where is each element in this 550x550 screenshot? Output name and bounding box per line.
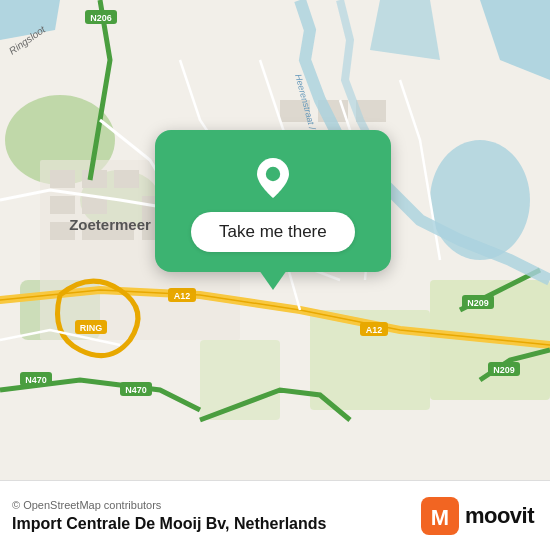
svg-rect-9 xyxy=(50,170,75,188)
svg-rect-12 xyxy=(50,196,75,214)
svg-text:N206: N206 xyxy=(90,13,112,23)
svg-text:M: M xyxy=(431,505,449,530)
svg-rect-11 xyxy=(114,170,139,188)
svg-text:A12: A12 xyxy=(174,291,191,301)
map-pin-icon xyxy=(253,158,293,198)
copyright-text: © OpenStreetMap contributors xyxy=(12,499,326,511)
svg-text:N209: N209 xyxy=(467,298,489,308)
tooltip-bubble: Take me there xyxy=(155,130,391,272)
location-tooltip: Take me there xyxy=(155,130,391,272)
moovit-text: moovit xyxy=(465,503,534,529)
svg-text:N470: N470 xyxy=(125,385,147,395)
svg-text:N209: N209 xyxy=(493,365,515,375)
moovit-icon: M xyxy=(421,497,459,535)
svg-point-43 xyxy=(266,167,280,181)
location-name: Import Centrale De Mooij Bv, Netherlands xyxy=(12,515,326,533)
footer: © OpenStreetMap contributors Import Cent… xyxy=(0,480,550,550)
moovit-logo: M moovit xyxy=(421,497,534,535)
svg-text:Zoetermeer: Zoetermeer xyxy=(69,216,151,233)
map-area: A12 A12 RING N206 N470 N470 N209 N209 xyxy=(0,0,550,480)
svg-text:RING: RING xyxy=(80,323,103,333)
take-me-there-button[interactable]: Take me there xyxy=(191,212,355,252)
svg-text:N470: N470 xyxy=(25,375,47,385)
footer-left: © OpenStreetMap contributors Import Cent… xyxy=(12,499,326,533)
svg-rect-7 xyxy=(200,340,280,420)
svg-text:A12: A12 xyxy=(366,325,383,335)
svg-rect-10 xyxy=(82,170,107,188)
